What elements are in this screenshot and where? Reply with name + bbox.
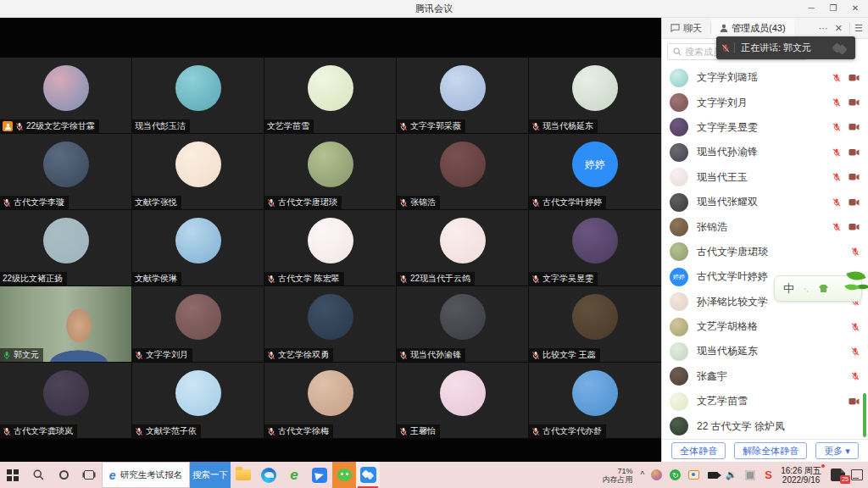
mic-muted-icon[interactable] bbox=[832, 197, 841, 208]
tab-chat[interactable]: 聊天 bbox=[662, 18, 710, 38]
panel-more-button[interactable]: ⋯ bbox=[819, 23, 828, 34]
participant-name: 文艺学徐双勇 bbox=[278, 349, 329, 361]
file-explorer-button[interactable] bbox=[231, 462, 256, 488]
video-tile[interactable]: 22现当代于云鸽 bbox=[397, 210, 529, 286]
video-tile[interactable]: 古代文学李璇 bbox=[0, 134, 132, 210]
mic-muted-icon[interactable] bbox=[851, 347, 860, 357]
browser-search-box[interactable]: e 研究生考试报名 bbox=[102, 462, 190, 488]
more-actions-button[interactable]: 更多 ▾ bbox=[815, 442, 859, 459]
video-tile[interactable]: 文献学张悦 bbox=[132, 134, 264, 210]
video-tile[interactable]: 古代文学唐珺琰 bbox=[264, 134, 397, 210]
qq-tray-icon[interactable] bbox=[650, 469, 663, 481]
member-row[interactable]: 文字学刘月 bbox=[662, 90, 868, 114]
camera-off-icon[interactable] bbox=[849, 223, 860, 231]
member-row[interactable]: 现当代张耀双 bbox=[662, 190, 868, 214]
mic-muted-icon[interactable] bbox=[832, 147, 841, 158]
member-row[interactable]: 现当代孙渝锋 bbox=[662, 140, 868, 164]
tencent-meeting-button[interactable] bbox=[356, 462, 380, 488]
tray-expand-chevron[interactable]: ^ bbox=[640, 470, 644, 480]
taskbar-search-button[interactable] bbox=[25, 462, 51, 488]
search-go-button[interactable]: 搜索一下 bbox=[190, 462, 231, 488]
action-center-icon[interactable] bbox=[851, 469, 863, 480]
tab-members[interactable]: 管理成员(43) bbox=[711, 18, 794, 38]
task-view-button[interactable] bbox=[76, 462, 102, 488]
video-tile[interactable]: 文献学侯琳 bbox=[132, 210, 264, 286]
mic-muted-icon[interactable] bbox=[832, 97, 841, 108]
camera-off-icon[interactable] bbox=[849, 98, 860, 107]
mic-muted-icon[interactable] bbox=[832, 73, 841, 83]
mic-muted-icon[interactable] bbox=[851, 247, 860, 257]
video-tile[interactable]: 22级比文褚正扬 bbox=[0, 210, 132, 286]
cortana-icon bbox=[59, 470, 69, 480]
member-row[interactable]: 文艺学胡格格 bbox=[662, 314, 868, 339]
360-tray-icon[interactable]: ↻ bbox=[669, 469, 682, 481]
video-tile[interactable]: 张锦浩 bbox=[397, 134, 529, 210]
member-row[interactable]: 文字学吴昱雯 bbox=[662, 115, 868, 140]
video-tile[interactable]: 古代文学徐梅 bbox=[264, 363, 397, 439]
video-tile[interactable]: 婷婷 古代文学叶婷婷 bbox=[529, 134, 661, 210]
video-tile[interactable]: 古代文学代亦舒 bbox=[529, 363, 661, 439]
ime-tray-icon[interactable] bbox=[743, 469, 756, 481]
video-tile[interactable]: 文字学郭采薇 bbox=[397, 58, 529, 134]
video-tile[interactable]: 文字学刘月 bbox=[132, 286, 264, 363]
mic-muted-icon[interactable] bbox=[832, 222, 841, 232]
camera-off-icon[interactable] bbox=[849, 74, 860, 82]
taskbar-clock[interactable]: 16:26 周五 2022/9/16 bbox=[781, 466, 825, 485]
wechat-button[interactable] bbox=[332, 462, 356, 488]
camera-tray-icon[interactable] bbox=[706, 469, 719, 481]
member-row[interactable]: 文字学刘璐瑶 bbox=[662, 65, 868, 90]
ie-green-button[interactable]: e bbox=[281, 462, 307, 488]
member-row[interactable]: 张锦浩 bbox=[662, 214, 868, 239]
ime-mode-toggle[interactable]: 中 bbox=[783, 281, 794, 297]
member-list-scrollbar[interactable] bbox=[863, 393, 866, 437]
volume-tray-icon[interactable]: 🔉 bbox=[725, 469, 737, 481]
video-tile[interactable]: 文艺学徐双勇 bbox=[264, 286, 397, 363]
video-tile[interactable]: 22级文艺学徐甘霖 bbox=[0, 58, 132, 134]
ime-punct-icon[interactable]: ◦, bbox=[804, 285, 809, 293]
member-row[interactable]: 张鑫宇 bbox=[662, 364, 868, 389]
panel-close-button[interactable]: ✕ bbox=[835, 23, 843, 34]
sogou-tray-icon[interactable]: S bbox=[762, 469, 775, 481]
member-row[interactable]: 22 古代文学 徐炉凤 bbox=[662, 413, 868, 438]
video-tile[interactable]: 文献学范子依 bbox=[132, 363, 264, 439]
video-tile[interactable]: 古代文学龚琰岚 bbox=[0, 363, 132, 439]
member-row[interactable]: 现当代王玉 bbox=[662, 165, 868, 190]
minimize-button[interactable]: ─ bbox=[800, 0, 822, 18]
camera-off-icon[interactable] bbox=[849, 397, 860, 406]
mute-all-button[interactable]: 全体静音 bbox=[671, 442, 726, 459]
close-button[interactable]: ✕ bbox=[844, 0, 866, 18]
camera-off-icon[interactable] bbox=[849, 198, 860, 207]
tim-button[interactable] bbox=[307, 462, 332, 488]
video-tile[interactable]: 古代文学 陈宏翠 bbox=[264, 210, 397, 286]
video-tile[interactable]: 现当代杨延东 bbox=[529, 58, 661, 134]
mic-muted-icon[interactable] bbox=[832, 172, 841, 182]
edge-button[interactable] bbox=[256, 462, 281, 488]
camera-off-icon[interactable] bbox=[849, 148, 860, 157]
member-row[interactable]: 古代文学唐珺琰 bbox=[662, 240, 868, 264]
panel-menu-icon[interactable]: ☰ bbox=[849, 23, 863, 34]
video-tile[interactable]: 文艺学苗雪 bbox=[264, 58, 397, 134]
mic-muted-icon bbox=[267, 274, 275, 284]
participant-name: 古代文学龚琰岚 bbox=[14, 425, 73, 437]
video-tile[interactable]: 文字学吴昱雯 bbox=[529, 210, 661, 286]
video-tile[interactable]: 比较文学 王蕊 bbox=[529, 286, 661, 363]
ime-skin-icon[interactable] bbox=[818, 284, 829, 293]
camera-off-icon[interactable] bbox=[849, 123, 860, 131]
mic-muted-icon[interactable] bbox=[851, 371, 860, 381]
member-row[interactable]: 文艺学苗雪 bbox=[662, 389, 868, 413]
video-tile[interactable]: 现当代孙渝锋 bbox=[397, 286, 529, 363]
start-button[interactable] bbox=[0, 462, 25, 488]
member-row[interactable]: 现当代杨延东 bbox=[662, 339, 868, 363]
mic-muted-icon[interactable] bbox=[851, 322, 860, 332]
cortana-button[interactable] bbox=[51, 462, 76, 488]
maximize-button[interactable]: ❐ bbox=[822, 0, 844, 18]
screenshot-tray-icon[interactable] bbox=[687, 469, 700, 481]
mic-muted-icon[interactable] bbox=[832, 122, 841, 132]
video-tile[interactable]: 王馨怡 bbox=[397, 363, 529, 439]
unmute-all-button[interactable]: 解除全体静音 bbox=[734, 442, 807, 459]
notification-tray-icon[interactable]: 25 bbox=[831, 469, 845, 481]
video-tile[interactable]: 现当代彭玉洁 bbox=[132, 58, 264, 134]
ime-toolbar[interactable]: 中 ◦, bbox=[774, 275, 862, 302]
camera-off-icon[interactable] bbox=[849, 173, 860, 181]
video-tile[interactable]: 郭文元 bbox=[0, 286, 132, 363]
